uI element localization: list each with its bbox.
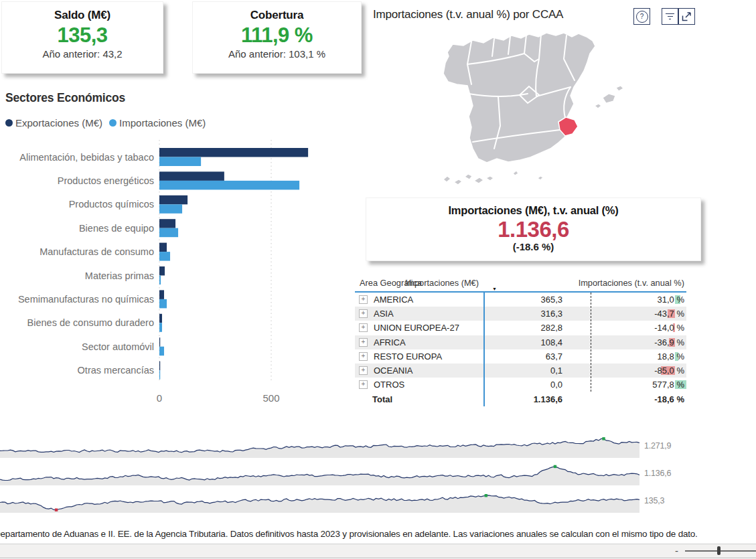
total-tv-anual: -18,6 % — [568, 394, 686, 404]
table-row[interactable]: +AFRICA108,4-36,9 % — [355, 335, 686, 349]
geo-table: Area Geográfica Importaciones (M€) Impor… — [355, 274, 686, 406]
table-row[interactable]: +ASIA316,3-43,7 % — [355, 307, 686, 321]
area-name: UNION EUROPEA-27 — [374, 323, 459, 333]
filter-icon[interactable] — [662, 8, 678, 25]
cobertura-value: 111,9 % — [193, 23, 361, 48]
bar-importaciones[interactable] — [159, 181, 299, 190]
geo-table-header: Area Geográfica Importaciones (M€) Impor… — [355, 274, 686, 293]
bar-importaciones[interactable] — [159, 252, 170, 261]
category-label: Alimentación, bebidas y tabaco — [19, 152, 154, 163]
expand-row-icon[interactable]: + — [359, 352, 368, 361]
column-header-importaciones[interactable]: Importaciones (M€) — [405, 278, 479, 288]
bar-importaciones[interactable] — [159, 204, 182, 214]
category-label: Materias primas — [85, 270, 154, 281]
saldo-value: 135,3 — [2, 23, 163, 48]
tv-anual-value: -36,9 % — [654, 337, 684, 347]
table-zero-axis-line — [591, 293, 591, 392]
table-row[interactable]: +OTROS0,0577,8 % — [355, 378, 686, 392]
sparkline-end-label: 1.271,9 — [644, 441, 671, 451]
bar-importaciones[interactable] — [159, 370, 160, 380]
sparkline-0[interactable] — [0, 435, 639, 458]
expand-row-icon[interactable]: + — [359, 366, 368, 375]
focus-mode-icon[interactable] — [678, 8, 695, 25]
bar-exportaciones[interactable] — [159, 243, 167, 252]
total-label: Total — [355, 394, 483, 404]
kpi-subvalue: (-18.6 %) — [366, 241, 700, 252]
x-axis-tick-label: 500 — [262, 392, 279, 404]
cobertura-previous: Año anterior: 103,1 % — [193, 48, 361, 60]
importaciones-kpi-card: Importaciones (M€), t.v. anual (%) 1.136… — [366, 197, 701, 261]
category-label: Otras mercancías — [78, 365, 154, 376]
spain-ccaa-map — [434, 24, 635, 190]
importaciones-value: 63,7 — [483, 351, 568, 362]
importaciones-value: 0,1 — [483, 366, 568, 376]
help-icon[interactable]: ? — [633, 8, 650, 25]
bar-exportaciones[interactable] — [159, 219, 175, 228]
area-name: OCEANIA — [374, 366, 413, 376]
tv-anual-value: -14,0 % — [654, 323, 684, 333]
category-label: Productos químicos — [69, 199, 154, 210]
expand-row-icon[interactable]: + — [359, 309, 368, 318]
category-label: Bienes de equipo — [79, 223, 154, 234]
tv-anual-value: 18,8 % — [658, 351, 684, 362]
legend-item-0[interactable]: Exportaciones (M€) — [5, 117, 102, 129]
area-name: AMERICA — [374, 295, 413, 305]
table-row[interactable]: +RESTO EUROPA63,718,8 % — [355, 349, 686, 364]
tv-anual-value: 31,0 % — [658, 295, 684, 305]
bar-importaciones[interactable] — [159, 323, 162, 332]
importaciones-value: 0,0 — [483, 380, 568, 390]
bar-exportaciones[interactable] — [159, 362, 160, 371]
sparkline-area — [0, 438, 639, 458]
saldo-card: Saldo (M€) 135,3 Año anterior: 43,2 — [1, 1, 163, 74]
area-name: AFRICA — [374, 337, 406, 347]
bar-importaciones[interactable] — [159, 228, 178, 238]
category-label: Semimanufacturas no químicas — [18, 294, 154, 305]
bar-exportaciones[interactable] — [159, 171, 224, 181]
importaciones-value: 316,3 — [483, 309, 568, 319]
bar-exportaciones[interactable] — [159, 266, 165, 276]
tv-anual-value: 577,8 % — [652, 380, 684, 390]
legend-item-1[interactable]: Importaciones (M€) — [109, 117, 206, 129]
page-zoom-bar — [0, 544, 756, 558]
area-name: OTROS — [374, 380, 404, 390]
category-label: Productos energéticos — [58, 175, 154, 186]
data-source-note: Departamento de Aduanas e II. EE. de la … — [0, 529, 756, 539]
expand-row-icon[interactable]: + — [359, 338, 368, 347]
importaciones-value: 108,4 — [483, 337, 568, 347]
zoom-slider-handle[interactable] — [717, 546, 721, 555]
sparkline-2[interactable] — [0, 490, 639, 513]
bar-exportaciones[interactable] — [159, 337, 160, 347]
bar-importaciones[interactable] — [159, 276, 161, 285]
total-importaciones: 1.136,6 — [483, 394, 568, 404]
zoom-slider-track[interactable] — [685, 550, 756, 552]
sort-descending-icon[interactable]: ▼ — [492, 287, 497, 291]
expand-row-icon[interactable]: + — [359, 323, 368, 332]
sparkline-1[interactable] — [0, 463, 639, 485]
bar-exportaciones[interactable] — [159, 314, 162, 323]
sparkline-end-label: 135,3 — [644, 496, 664, 505]
saldo-previous: Año anterior: 43,2 — [2, 48, 163, 60]
table-row[interactable]: +OCEANIA0,1-85,0 % — [355, 364, 686, 378]
table-column-separator — [483, 293, 485, 406]
expand-row-icon[interactable]: + — [359, 295, 368, 304]
dashboard-page: Saldo (M€) 135,3 Año anterior: 43,2 Cobe… — [0, 0, 756, 559]
legend-label: Exportaciones (M€) — [15, 117, 102, 129]
column-header-tv-anual[interactable]: Importaciones (t.v. anual %) — [579, 278, 684, 288]
expand-row-icon[interactable]: + — [359, 380, 368, 389]
table-total-row: Total1.136,6-18,6 % — [355, 392, 686, 406]
table-row[interactable]: +AMERICA365,331,0 % — [355, 293, 686, 307]
sparkline-max-marker — [485, 494, 487, 497]
bar-importaciones[interactable] — [159, 347, 164, 356]
kpi-title: Importaciones (M€), t.v. anual (%) — [366, 204, 700, 217]
bar-importaciones[interactable] — [159, 157, 201, 167]
bar-exportaciones[interactable] — [159, 148, 308, 157]
ccaa-region[interactable] — [443, 33, 595, 163]
bar-importaciones[interactable] — [159, 299, 167, 309]
table-row[interactable]: +UNION EUROPEA-27282,8-14,0 % — [355, 321, 686, 335]
bar-exportaciones[interactable] — [159, 195, 187, 205]
zoom-out-button[interactable]: - — [675, 545, 678, 556]
legend-dot — [5, 119, 13, 127]
sparkline-max-marker — [554, 465, 556, 468]
sectors-bar-chart: 0500Alimentación, bebidas y tabacoProduc… — [0, 136, 325, 407]
bar-exportaciones[interactable] — [159, 290, 164, 299]
